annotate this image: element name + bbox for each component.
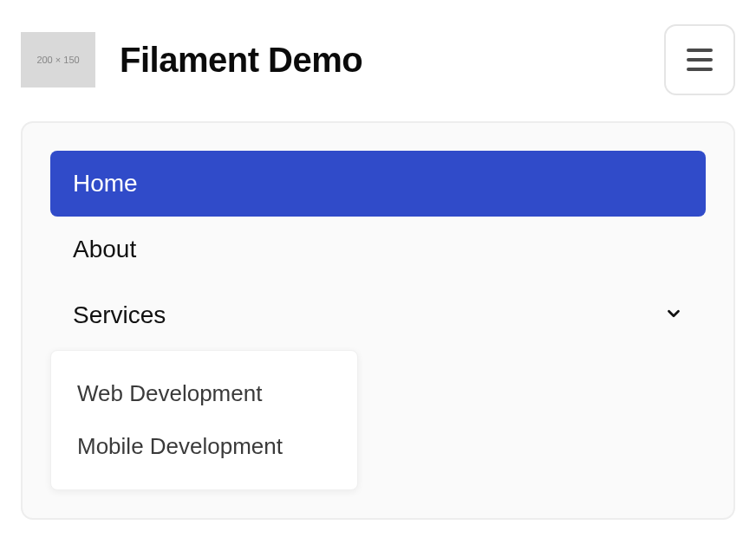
hamburger-icon: [687, 49, 713, 71]
nav-item-label: Services: [73, 301, 166, 329]
services-dropdown: Web Development Mobile Development: [50, 350, 358, 490]
dropdown-item-label: Mobile Development: [77, 433, 283, 459]
logo-placeholder: 200 × 150: [21, 32, 95, 87]
dropdown-item-label: Web Development: [77, 380, 262, 406]
nav-item-about[interactable]: About: [50, 217, 706, 282]
nav-item-label: Home: [73, 170, 138, 198]
brand-title: Filament Demo: [120, 41, 362, 80]
nav-panel: Home About Services Web Development Mobi…: [21, 121, 735, 520]
nav-item-home[interactable]: Home: [50, 151, 706, 217]
dropdown-item-mobile-development[interactable]: Mobile Development: [51, 423, 357, 470]
nav-item-services[interactable]: Services: [50, 282, 706, 348]
brand[interactable]: 200 × 150 Filament Demo: [21, 32, 362, 87]
menu-toggle-button[interactable]: [664, 24, 735, 95]
dropdown-item-web-development[interactable]: Web Development: [51, 370, 357, 418]
header: 200 × 150 Filament Demo: [0, 0, 756, 114]
nav-item-label: About: [73, 236, 136, 263]
chevron-down-icon: [664, 301, 683, 329]
